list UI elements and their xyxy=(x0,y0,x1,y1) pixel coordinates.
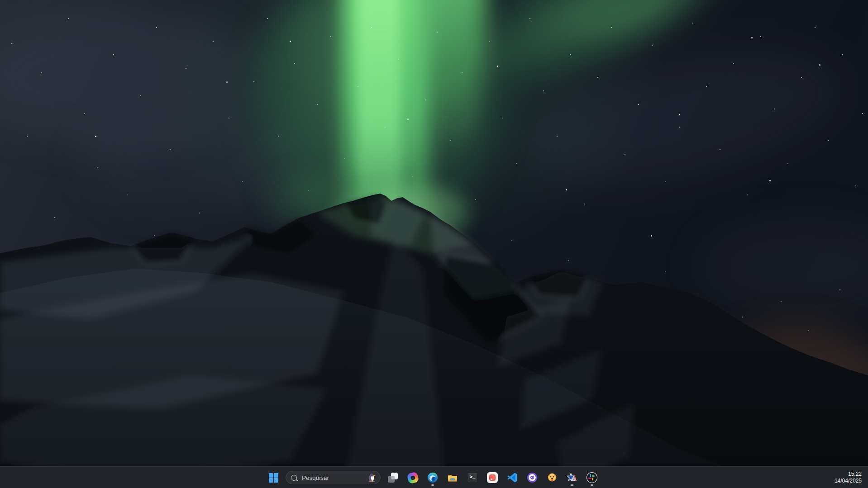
github-desktop-icon xyxy=(527,472,538,483)
terminal-icon: >_ xyxy=(467,472,478,483)
start-button[interactable] xyxy=(264,469,282,487)
desktop-wallpaper xyxy=(0,0,868,488)
red-square-app-icon xyxy=(487,472,498,483)
task-view-button[interactable] xyxy=(384,469,402,487)
edge-button[interactable] xyxy=(424,469,442,487)
file-explorer-icon xyxy=(447,472,458,483)
vscode-icon xyxy=(507,472,518,483)
running-indicator xyxy=(431,484,434,486)
puffin-bird-icon xyxy=(367,472,377,483)
slack-icon xyxy=(587,472,597,483)
star-a-app-icon: A xyxy=(567,472,577,483)
search-icon xyxy=(291,475,297,481)
mountain-silhouette xyxy=(0,0,868,488)
red-square-app-button[interactable] xyxy=(483,469,501,487)
running-indicator xyxy=(591,484,593,486)
task-view-icon xyxy=(387,472,398,483)
clock-date: 14/04/2025 xyxy=(835,478,862,484)
taskbar-clock[interactable]: 15:22 14/04/2025 xyxy=(830,467,868,488)
terminal-button[interactable]: >_ xyxy=(463,469,482,487)
search-input[interactable] xyxy=(301,474,365,482)
copilot-button[interactable] xyxy=(404,469,422,487)
taskbar-center-group: >_ xyxy=(264,469,601,487)
dog-app-button[interactable] xyxy=(543,469,561,487)
running-indicator xyxy=(571,484,573,486)
copilot-icon xyxy=(406,471,419,484)
edge-icon xyxy=(427,472,438,483)
github-desktop-button[interactable] xyxy=(523,469,541,487)
taskbar-search[interactable] xyxy=(286,471,381,484)
clock-time: 15:22 xyxy=(848,471,862,478)
windows-logo-icon xyxy=(269,473,278,483)
taskbar: >_ xyxy=(0,466,868,488)
svg-text:A: A xyxy=(571,474,577,483)
vscode-button[interactable] xyxy=(503,469,521,487)
star-a-app-button[interactable]: A xyxy=(563,469,581,487)
slack-button[interactable] xyxy=(583,469,601,487)
dog-app-icon xyxy=(547,472,558,483)
file-explorer-button[interactable] xyxy=(444,469,462,487)
